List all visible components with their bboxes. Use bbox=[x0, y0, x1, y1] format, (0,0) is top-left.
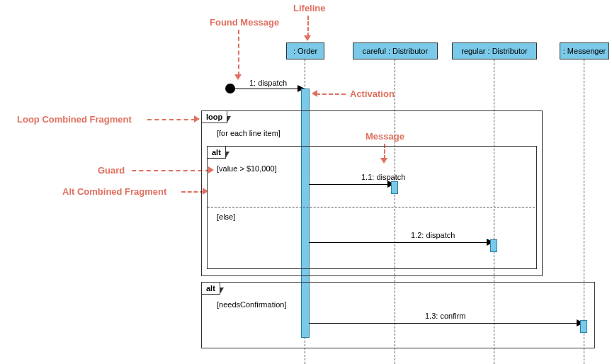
msg-line-12 bbox=[309, 242, 489, 243]
arrow-activation bbox=[316, 93, 346, 95]
guard-alt2: [needsConfirmation] bbox=[217, 300, 286, 309]
guard-loop: [for each line item] bbox=[217, 129, 280, 137]
activation-messenger bbox=[580, 320, 587, 333]
lifeline-messenger: : Messenger bbox=[560, 42, 609, 59]
arrow-lifeline bbox=[307, 16, 309, 37]
activation-careful bbox=[391, 181, 398, 194]
fragment-alt1-label: alt bbox=[208, 147, 226, 159]
msg-line-1 bbox=[235, 89, 300, 89]
msg-line-13 bbox=[309, 323, 579, 324]
annotation-lifeline: Lifeline bbox=[293, 3, 326, 13]
annotation-loop-fragment: Loop Combined Fragment bbox=[17, 114, 132, 125]
annotation-activation: Activation bbox=[350, 89, 395, 99]
fragment-loop-label: loop bbox=[202, 111, 227, 123]
activation-regular bbox=[490, 239, 497, 252]
lifeline-order: : Order bbox=[286, 42, 324, 59]
arrow-found-message bbox=[238, 30, 239, 76]
arrowhead-found-message bbox=[234, 74, 242, 80]
annotation-alt-fragment: Alt Combined Fragment bbox=[62, 186, 166, 197]
msg-label-13: 1.3: confirm bbox=[425, 312, 465, 320]
msg-label-11: 1.1: dispatch bbox=[361, 173, 405, 181]
found-message-origin bbox=[225, 84, 235, 93]
arrow-loop-fragment bbox=[147, 119, 196, 120]
arrowhead-lifeline bbox=[304, 35, 311, 41]
arrowhead-activation bbox=[312, 90, 317, 97]
fragment-alt2-label: alt bbox=[202, 283, 220, 295]
annotation-found-message: Found Message bbox=[210, 17, 279, 28]
guard-alt1-if: [value > $10,000] bbox=[217, 164, 277, 173]
msg-label-12: 1.2: dispatch bbox=[411, 231, 455, 239]
msg-label-1: 1: dispatch bbox=[249, 79, 287, 87]
guard-alt1-else: [else] bbox=[217, 212, 235, 221]
lifeline-careful: careful : Distributor bbox=[353, 42, 438, 59]
fragment-alt2: alt bbox=[201, 282, 595, 348]
arrow-guard bbox=[132, 170, 210, 171]
msg-line-11 bbox=[309, 184, 390, 185]
lifeline-regular: regular : Distributor bbox=[452, 42, 537, 59]
annotation-guard: Guard bbox=[98, 165, 125, 176]
alt1-divider bbox=[208, 207, 535, 207]
arrowhead-loop-fragment bbox=[194, 115, 200, 123]
